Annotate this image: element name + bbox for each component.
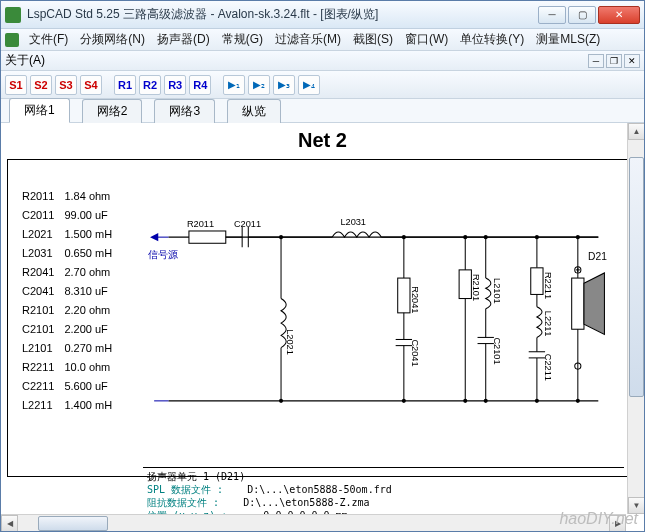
schematic-frame: R20111.84 ohmC201199.00 uFL20211.500 mHL…	[7, 159, 638, 477]
button-sig1[interactable]: ▶₁	[223, 75, 245, 95]
component-value: 1.500 mH	[64, 226, 120, 243]
svg-rect-12	[398, 278, 410, 313]
info-unit-label: 扬声器单元 1 (D21)	[147, 471, 245, 482]
button-r1[interactable]: R1	[114, 75, 136, 95]
close-button[interactable]: ✕	[598, 6, 640, 24]
menu-snapshot[interactable]: 截图(S)	[347, 29, 399, 50]
button-s1[interactable]: S1	[5, 75, 27, 95]
component-ref: R2101	[22, 302, 62, 319]
label-l2101: L2101	[492, 278, 502, 304]
button-s4[interactable]: S4	[80, 75, 102, 95]
svg-point-48	[463, 399, 467, 403]
button-s3[interactable]: S3	[55, 75, 77, 95]
component-row: C201199.00 uF	[22, 207, 120, 224]
svg-point-44	[535, 235, 539, 239]
menu-filter-music[interactable]: 过滤音乐(M)	[269, 29, 347, 50]
component-value: 5.600 uF	[64, 378, 120, 395]
scroll-left-button[interactable]: ◀	[1, 515, 18, 532]
menu-unit-convert[interactable]: 单位转换(Y)	[454, 29, 530, 50]
mdi-minimize-button[interactable]: ─	[588, 54, 604, 68]
button-s2[interactable]: S2	[30, 75, 52, 95]
mdi-close-button[interactable]: ✕	[624, 54, 640, 68]
component-ref: C2041	[22, 283, 62, 300]
schematic-canvas: 信号源 R2011 C2011 L2031	[148, 170, 629, 468]
component-row: L22111.400 mH	[22, 397, 120, 414]
tab-network2[interactable]: 网络2	[82, 99, 143, 123]
label-c2011: C2011	[234, 219, 261, 229]
component-value: 8.310 uF	[64, 283, 120, 300]
component-row: L20211.500 mH	[22, 226, 120, 243]
label-r2041: R2041	[410, 286, 420, 313]
component-row: R21012.20 ohm	[22, 302, 120, 319]
component-ref: C2211	[22, 378, 62, 395]
component-value: 2.70 ohm	[64, 264, 120, 281]
component-ref: C2011	[22, 207, 62, 224]
label-source: 信号源	[148, 249, 178, 260]
menu-file[interactable]: 文件(F)	[23, 29, 74, 50]
tab-network1[interactable]: 网络1	[9, 98, 70, 123]
component-row: C20418.310 uF	[22, 283, 120, 300]
button-sig3[interactable]: ▶₃	[273, 75, 295, 95]
component-row: L21010.270 mH	[22, 340, 120, 357]
button-sig4[interactable]: ▶₄	[298, 75, 320, 95]
component-row: L20310.650 mH	[22, 245, 120, 262]
svg-rect-26	[531, 268, 543, 295]
svg-marker-2	[150, 233, 158, 241]
component-value: 2.200 uF	[64, 321, 120, 338]
component-ref: L2211	[22, 397, 62, 414]
label-r2011: R2011	[187, 219, 214, 229]
menu-mls[interactable]: 测量MLS(Z)	[530, 29, 606, 50]
minimize-button[interactable]: ─	[538, 6, 566, 24]
tab-overview[interactable]: 纵览	[227, 99, 281, 123]
button-r2[interactable]: R2	[139, 75, 161, 95]
component-list: R20111.84 ohmC201199.00 uFL20211.500 mHL…	[20, 186, 122, 416]
svg-rect-3	[189, 231, 226, 243]
button-r3[interactable]: R3	[164, 75, 186, 95]
menu-app-icon[interactable]	[5, 33, 19, 47]
titlebar: LspCAD Std 5.25 三路高级滤波器 - Avalon-sk.3.24…	[1, 1, 644, 29]
svg-point-46	[279, 399, 283, 403]
label-c2101: C2101	[492, 337, 502, 364]
info-spl-label: SPL 数据文件 :	[147, 484, 223, 495]
svg-point-43	[484, 235, 488, 239]
component-row: R20111.84 ohm	[22, 188, 120, 205]
menu-general[interactable]: 常规(G)	[216, 29, 269, 50]
svg-rect-18	[459, 270, 471, 299]
label-l2211: L2211	[543, 311, 553, 337]
component-row: C21012.200 uF	[22, 321, 120, 338]
maximize-button[interactable]: ▢	[568, 6, 596, 24]
component-ref: L2021	[22, 226, 62, 243]
component-value: 0.650 mH	[64, 245, 120, 262]
menu-speaker[interactable]: 扬声器(D)	[151, 29, 216, 50]
component-value: 99.00 uF	[64, 207, 120, 224]
label-r2101: R2101	[471, 274, 481, 301]
component-ref: L2031	[22, 245, 62, 262]
menu-window[interactable]: 窗口(W)	[399, 29, 454, 50]
app-icon	[5, 7, 21, 23]
content-area: Net 2 R20111.84 ohmC201199.00 uFL20211.5…	[1, 123, 644, 531]
component-value: 10.0 ohm	[64, 359, 120, 376]
scrollbar-vertical[interactable]: ▲ ▼	[627, 123, 644, 514]
label-d21: D21	[588, 251, 607, 262]
menu-crossover-network[interactable]: 分频网络(N)	[74, 29, 151, 50]
scroll-thumb-v[interactable]	[629, 157, 644, 397]
svg-point-49	[484, 399, 488, 403]
scroll-down-button[interactable]: ▼	[628, 497, 644, 514]
scroll-right-button[interactable]: ▶	[609, 515, 626, 532]
net-title: Net 2	[1, 123, 644, 154]
button-r4[interactable]: R4	[189, 75, 211, 95]
scroll-thumb-h[interactable]	[38, 516, 108, 531]
svg-point-47	[402, 399, 406, 403]
button-sig2[interactable]: ▶₂	[248, 75, 270, 95]
scroll-up-button[interactable]: ▲	[628, 123, 644, 140]
mdi-restore-button[interactable]: ❐	[606, 54, 622, 68]
tab-network3[interactable]: 网络3	[154, 99, 215, 123]
component-value: 1.400 mH	[64, 397, 120, 414]
label-c2211: C2211	[543, 354, 553, 381]
scrollbar-horizontal[interactable]: ◀ ▶	[1, 514, 626, 531]
component-value: 0.270 mH	[64, 340, 120, 357]
component-value: 2.20 ohm	[64, 302, 120, 319]
toolbar: S1 S2 S3 S4 R1 R2 R3 R4 ▶₁ ▶₂ ▶₃ ▶₄	[1, 71, 644, 99]
component-ref: C2101	[22, 321, 62, 338]
menu-about[interactable]: 关于(A)	[5, 52, 45, 69]
